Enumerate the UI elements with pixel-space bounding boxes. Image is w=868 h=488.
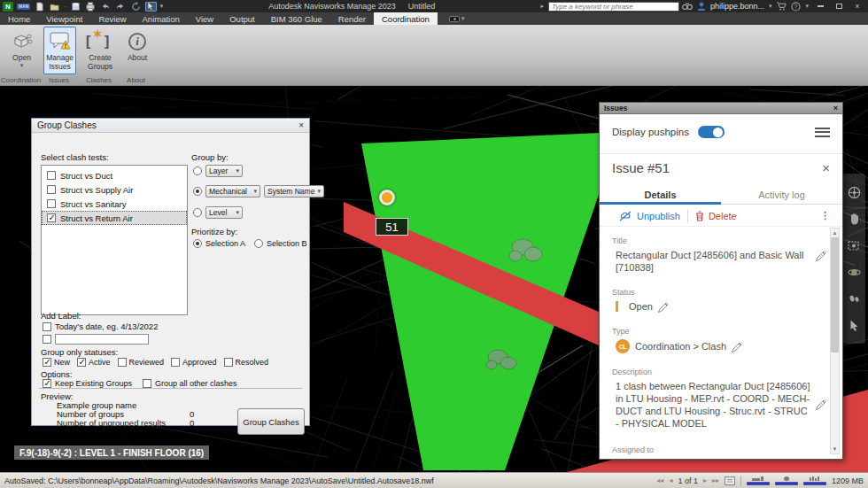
- signed-in-user[interactable]: philippe.bonn...: [710, 2, 764, 11]
- minimize-button[interactable]: [813, 2, 827, 12]
- custom-label-checkbox[interactable]: [43, 335, 51, 344]
- orbit-icon[interactable]: [847, 265, 861, 279]
- store-cart-icon[interactable]: [776, 1, 787, 12]
- undo-icon[interactable]: [100, 2, 112, 12]
- display-pushpins-toggle[interactable]: [698, 126, 725, 138]
- open-file-icon[interactable]: [49, 2, 60, 12]
- open-dropdown-icon[interactable]: ·: [64, 4, 66, 10]
- zoom-window-icon[interactable]: [847, 238, 861, 252]
- radio[interactable]: [193, 167, 202, 175]
- keep-existing-groups-checkbox[interactable]: [43, 379, 51, 388]
- close-button[interactable]: ×: [850, 2, 864, 12]
- selection-b-radio[interactable]: [254, 239, 263, 248]
- ungrouped-results-label: Number of ungrouped results: [57, 418, 166, 428]
- delete-button[interactable]: Delete: [695, 211, 737, 221]
- issues-panel-title-bar[interactable]: Issues ×: [600, 103, 842, 114]
- unpublish-button[interactable]: Unpublish: [619, 211, 680, 221]
- pan-hand-icon[interactable]: [847, 212, 861, 226]
- list-item[interactable]: Struct vs Supply Air: [42, 182, 187, 197]
- tab-view[interactable]: View: [188, 12, 221, 25]
- next-page-icon[interactable]: ▸: [703, 476, 707, 484]
- radio[interactable]: [193, 187, 202, 196]
- save-icon[interactable]: [70, 2, 81, 12]
- scroll-up-icon[interactable]: ▲: [833, 229, 838, 237]
- tab-bim360glue[interactable]: BIM 360 Glue: [263, 12, 330, 25]
- open-button[interactable]: Open ▾: [2, 27, 42, 74]
- previous-page-icon[interactable]: ◂: [669, 476, 672, 484]
- tab-details[interactable]: Details: [600, 185, 721, 204]
- issue-pushpin-label[interactable]: 51: [376, 218, 408, 236]
- layer-dropdown[interactable]: Layer▾: [205, 165, 243, 177]
- tab-activity-log[interactable]: Activity log: [721, 185, 842, 204]
- tab-home[interactable]: Home: [0, 12, 38, 25]
- manage-issues-button[interactable]: Manage Issues: [43, 27, 76, 74]
- user-avatar-icon[interactable]: [697, 1, 706, 12]
- tab-coordination[interactable]: Coordination: [374, 12, 438, 25]
- navisworks-logo-icon[interactable]: N: [3, 2, 13, 12]
- status-active-checkbox[interactable]: [77, 358, 86, 367]
- about-button[interactable]: i About: [124, 27, 151, 74]
- user-dropdown-icon[interactable]: ▾: [769, 3, 772, 10]
- redo-icon[interactable]: [115, 2, 127, 12]
- group-all-other-checkbox[interactable]: [143, 379, 151, 388]
- search-binoculars-icon[interactable]: [682, 1, 693, 12]
- tab-animation[interactable]: Animation: [135, 12, 188, 25]
- create-groups-button[interactable]: [ ]✶ Create Groups: [78, 27, 122, 74]
- edit-description-icon[interactable]: [816, 399, 826, 410]
- checkbox[interactable]: [47, 171, 56, 180]
- print-icon[interactable]: [85, 2, 97, 12]
- search-input[interactable]: [548, 2, 679, 12]
- mechanical-dropdown[interactable]: Mechanical▾: [205, 185, 260, 198]
- edit-title-icon[interactable]: [816, 251, 826, 261]
- checkbox[interactable]: [47, 213, 56, 222]
- select-arrow-icon[interactable]: [847, 318, 861, 332]
- status-new-checkbox[interactable]: [43, 358, 51, 367]
- select-tool-icon[interactable]: [145, 2, 157, 12]
- list-item[interactable]: Struct vs Duct: [42, 168, 187, 182]
- clash-tests-list[interactable]: Struct vs Duct Struct vs Supply Air Stru…: [41, 165, 188, 315]
- steering-wheel-icon[interactable]: [847, 185, 861, 199]
- look-around-icon[interactable]: [847, 291, 861, 306]
- sheet-browser-icon[interactable]: [725, 476, 735, 485]
- first-page-icon[interactable]: ◂◂: [656, 476, 663, 484]
- search-expand-icon[interactable]: ▸: [540, 3, 544, 10]
- scrollbar[interactable]: ▲ ▼: [830, 228, 840, 454]
- tab-render[interactable]: Render: [330, 12, 374, 25]
- issue-pushpin[interactable]: [379, 190, 395, 205]
- selection-a-radio[interactable]: [193, 239, 202, 248]
- edit-type-icon[interactable]: [732, 342, 742, 352]
- dialog-title-bar[interactable]: Group Clashes ×: [32, 119, 309, 133]
- system-name-dropdown[interactable]: System Name▾: [264, 185, 324, 198]
- clash-green-duct[interactable]: [361, 132, 620, 470]
- issue-close-icon[interactable]: ×: [822, 161, 830, 174]
- status-resolved-checkbox[interactable]: [224, 358, 233, 367]
- menu-icon[interactable]: [815, 128, 830, 137]
- issues-panel-close-icon[interactable]: ×: [833, 105, 838, 112]
- checkbox[interactable]: [47, 185, 56, 194]
- scrollbar-thumb[interactable]: [831, 237, 839, 352]
- help-dropdown-icon[interactable]: ▾: [805, 3, 809, 10]
- status-approved-checkbox[interactable]: [171, 358, 180, 367]
- radio[interactable]: [193, 208, 202, 217]
- custom-label-input[interactable]: [55, 334, 149, 345]
- record-camera-icon[interactable]: ▾: [445, 12, 469, 25]
- group-clashes-button[interactable]: Group Clashes: [237, 408, 305, 435]
- more-options-icon[interactable]: ⋮: [820, 210, 830, 221]
- new-document-icon[interactable]: [34, 2, 45, 12]
- status-reviewed-checkbox[interactable]: [118, 358, 127, 367]
- list-item[interactable]: Struct vs Sanitary: [42, 197, 187, 211]
- refresh-icon[interactable]: [130, 2, 142, 12]
- restore-button[interactable]: [832, 2, 846, 12]
- scroll-down-icon[interactable]: ▼: [833, 445, 838, 453]
- todays-date-checkbox[interactable]: [43, 322, 51, 331]
- level-dropdown[interactable]: Level▾: [205, 206, 243, 219]
- checkbox[interactable]: [47, 199, 56, 208]
- tab-review[interactable]: Review: [90, 12, 134, 25]
- list-item[interactable]: Struct vs Return Air: [42, 211, 187, 225]
- dialog-close-icon[interactable]: ×: [298, 121, 304, 130]
- last-page-icon[interactable]: ▸▸: [712, 476, 719, 484]
- tab-viewpoint[interactable]: Viewpoint: [38, 12, 90, 25]
- tab-output[interactable]: Output: [221, 12, 263, 25]
- edit-status-icon[interactable]: [658, 302, 669, 313]
- help-icon[interactable]: ?: [791, 1, 801, 12]
